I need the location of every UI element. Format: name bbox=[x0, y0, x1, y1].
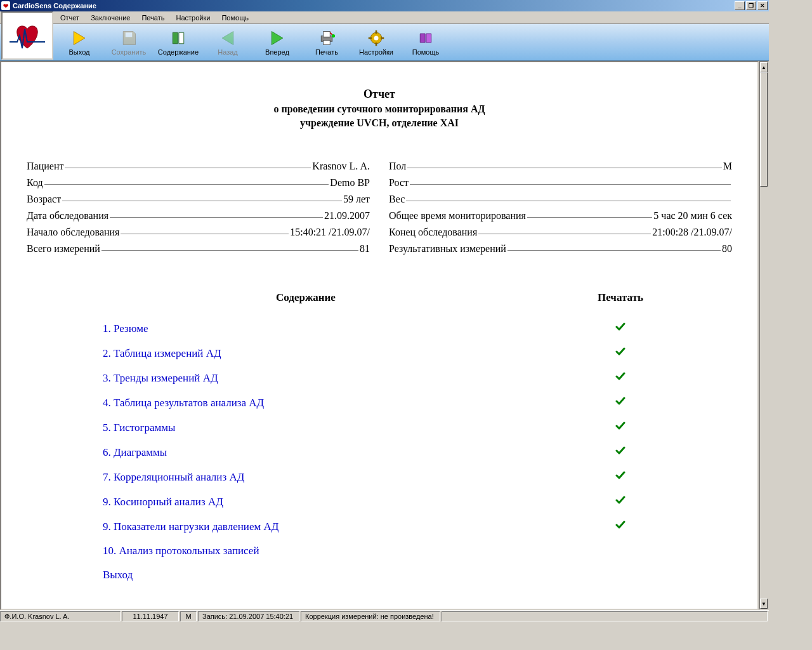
info-row: ПолМ bbox=[389, 161, 732, 172]
print-icon bbox=[318, 29, 336, 47]
status-fio: Ф.И.О. Krasnov L. A. bbox=[0, 611, 121, 621]
status-dob: 11.11.1947 bbox=[122, 611, 179, 621]
info-row: ПациентKrasnov L. A. bbox=[27, 161, 370, 172]
print-check-icon[interactable] bbox=[509, 371, 732, 385]
maximize-button[interactable]: ❐ bbox=[746, 1, 756, 10]
toc-row: 4. Таблица результатов анализа АД bbox=[103, 396, 732, 409]
toolbar-label: Печать bbox=[315, 48, 338, 56]
status-correction: Коррекция измерений: не произведена! bbox=[301, 611, 440, 621]
scroll-thumb[interactable] bbox=[760, 72, 768, 187]
menu-conclusion[interactable]: Заключение bbox=[85, 13, 136, 23]
toolbar-label: Настройки bbox=[359, 48, 393, 56]
toc-link[interactable]: 9. Показатели нагрузки давлением АД bbox=[103, 521, 509, 533]
svg-rect-2 bbox=[324, 31, 331, 37]
toc-heading: Содержание bbox=[103, 291, 509, 304]
report-subtitle1: о проведении суточного мониторирования А… bbox=[27, 103, 732, 115]
report-title: Отчет bbox=[27, 88, 732, 101]
logo bbox=[1, 11, 53, 60]
help-icon bbox=[417, 29, 435, 47]
info-row: Вес bbox=[389, 194, 732, 205]
save-icon bbox=[120, 29, 138, 47]
forward-icon bbox=[268, 29, 286, 47]
info-value: 21.09.2007 bbox=[324, 210, 370, 222]
document-view: Отчет о проведении суточного мониториров… bbox=[0, 61, 759, 610]
scroll-down-button[interactable]: ▼ bbox=[760, 599, 768, 609]
toolbar-label: Вперед bbox=[265, 48, 289, 56]
toc-row: 10. Анализ протокольных записей bbox=[103, 545, 732, 557]
info-value: 21:00:28 /21.09.07/ bbox=[652, 227, 732, 238]
toc-link[interactable]: Выход bbox=[103, 569, 509, 581]
toc-row: 1. Резюме bbox=[103, 322, 732, 335]
print-check-icon[interactable] bbox=[509, 520, 732, 533]
toc-link[interactable]: 7. Корреляционный анализ АД bbox=[103, 471, 509, 484]
toc-row: 6. Диаграммы bbox=[103, 446, 732, 459]
toolbar-print-button[interactable]: Печать bbox=[302, 28, 351, 57]
scroll-up-button[interactable]: ▲ bbox=[760, 62, 768, 72]
print-check-icon[interactable] bbox=[509, 396, 732, 409]
info-label: Всего измерений bbox=[27, 243, 100, 255]
toc-link[interactable]: 4. Таблица результатов анализа АД bbox=[103, 397, 509, 409]
toc-link[interactable]: 1. Резюме bbox=[103, 322, 509, 335]
toc-link[interactable]: 6. Диаграммы bbox=[103, 446, 509, 459]
vertical-scrollbar[interactable]: ▲ ▼ bbox=[759, 61, 769, 610]
toc-link[interactable]: 10. Анализ протокольных записей bbox=[103, 545, 509, 557]
svg-point-6 bbox=[374, 36, 379, 40]
toolbar-contents-button[interactable]: Содержание bbox=[154, 28, 203, 57]
toc-row: 2. Таблица измерений АД bbox=[103, 347, 732, 360]
print-check-icon[interactable] bbox=[509, 421, 732, 434]
info-label: Результативных измерений bbox=[389, 243, 506, 255]
info-value: 81 bbox=[360, 243, 370, 255]
toc-link[interactable]: 2. Таблица измерений АД bbox=[103, 347, 509, 360]
svg-point-4 bbox=[332, 34, 335, 37]
info-label: Пациент bbox=[27, 161, 63, 172]
toc-link[interactable]: 9. Косинорный анализ АД bbox=[103, 496, 509, 508]
minimize-button[interactable]: _ bbox=[735, 1, 745, 10]
print-check-icon[interactable] bbox=[509, 322, 732, 335]
contents-icon bbox=[169, 29, 187, 47]
info-row: Общее время мониторирования5 час 20 мин … bbox=[389, 210, 732, 222]
print-check-icon[interactable] bbox=[509, 347, 732, 360]
toolbar-help-button[interactable]: Помощь bbox=[401, 28, 450, 57]
status-sex: М bbox=[180, 611, 197, 621]
print-check-icon[interactable] bbox=[509, 470, 732, 484]
toolbar-save-button: Сохранить bbox=[104, 28, 154, 57]
info-row: Результативных измерений80 bbox=[389, 243, 732, 255]
menu-help[interactable]: Помощь bbox=[216, 13, 254, 23]
toc-link[interactable]: 5. Гистограммы bbox=[103, 421, 509, 434]
info-value: 15:40:21 /21.09.07/ bbox=[290, 227, 370, 238]
status-empty bbox=[442, 611, 768, 621]
toolbar-exit-button[interactable]: Выход bbox=[55, 28, 104, 57]
info-row: КодDemo BP bbox=[27, 177, 370, 189]
settings-icon bbox=[367, 29, 385, 47]
toolbar-label: Сохранить bbox=[112, 48, 147, 56]
toolbar-settings-button[interactable]: Настройки bbox=[351, 28, 401, 57]
info-row: Дата обследования21.09.2007 bbox=[27, 210, 370, 222]
info-value: 59 лет bbox=[343, 194, 370, 205]
info-label: Вес bbox=[389, 194, 405, 205]
info-row: Конец обследования21:00:28 /21.09.07/ bbox=[389, 227, 732, 238]
svg-rect-3 bbox=[324, 40, 331, 44]
toc-row: Выход bbox=[103, 569, 732, 581]
toc-link[interactable]: 3. Тренды измерений АД bbox=[103, 372, 509, 385]
toolbar-back-button: Назад bbox=[203, 28, 252, 57]
print-check-icon[interactable] bbox=[509, 495, 732, 508]
statusbar: Ф.И.О. Krasnov L. A. 11.11.1947 М Запись… bbox=[0, 610, 769, 621]
report-subtitle2: учреждение UVCH, отделение XAI bbox=[27, 117, 732, 129]
toolbar-label: Выход bbox=[69, 48, 90, 56]
toolbar-forward-button[interactable]: Вперед bbox=[252, 28, 302, 57]
close-button[interactable]: ✕ bbox=[757, 1, 768, 10]
svg-rect-0 bbox=[126, 32, 133, 37]
menubar: Отчет Заключение Печать Настройки Помощь bbox=[0, 11, 769, 24]
info-value: М bbox=[723, 161, 732, 172]
print-check-icon[interactable] bbox=[509, 446, 732, 459]
app-icon: ❤ bbox=[1, 1, 10, 10]
info-value: 5 час 20 мин 6 сек bbox=[653, 210, 732, 222]
info-row: Всего измерений81 bbox=[27, 243, 370, 255]
menu-report[interactable]: Отчет bbox=[55, 13, 85, 23]
menu-settings[interactable]: Настройки bbox=[170, 13, 216, 23]
menu-print[interactable]: Печать bbox=[136, 13, 170, 23]
toolbar-label: Назад bbox=[218, 48, 238, 56]
info-label: Код bbox=[27, 177, 43, 189]
info-row: Возраст59 лет bbox=[27, 194, 370, 205]
info-label: Начало обследования bbox=[27, 227, 119, 238]
